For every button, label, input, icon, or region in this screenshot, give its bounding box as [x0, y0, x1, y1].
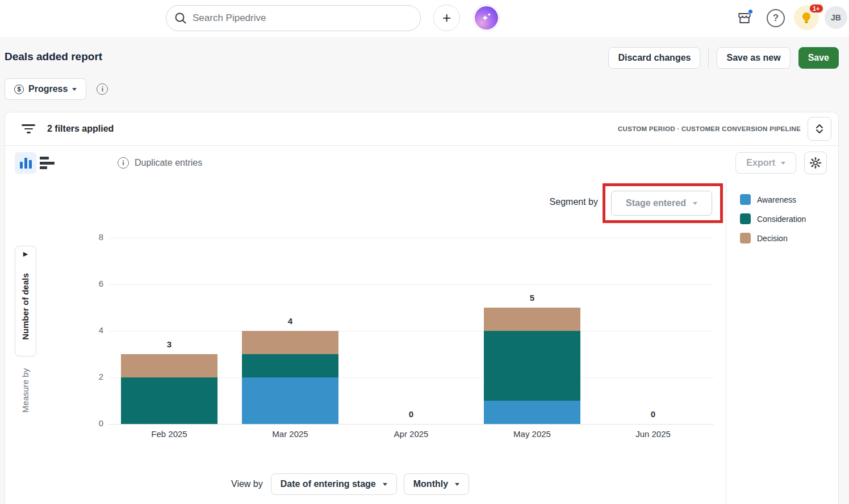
bar-segment-feb-2025-consideration[interactable] [121, 377, 218, 424]
interval-value: Monthly [413, 479, 448, 489]
gridline-y-4 [108, 331, 714, 331]
gear-icon [809, 157, 822, 169]
expand-filters-button[interactable] [808, 117, 831, 141]
legend-item-decision[interactable]: Decision [740, 233, 806, 243]
view-by-controls: View by Date of entering stage Monthly [231, 473, 469, 495]
bar-total-label: 0 [387, 409, 435, 419]
x-axis-label: Mar 2025 [250, 429, 330, 439]
segment-by-value: Stage entered [626, 198, 686, 208]
y-axis-tick: 6 [73, 279, 103, 288]
legend-label: Awareness [757, 195, 796, 204]
chevron-down-icon [693, 202, 697, 205]
button-divider [708, 48, 709, 68]
view-by-label: View by [231, 479, 263, 489]
search-icon [174, 12, 187, 24]
quick-add-button[interactable]: + [433, 5, 460, 31]
bar-segment-feb-2025-decision[interactable] [121, 354, 218, 377]
filter-summary: CUSTOM PERIOD · CUSTOMER CONVERSION PIPE… [618, 125, 801, 132]
column-chart-icon [20, 158, 32, 169]
report-card: 2 filters applied CUSTOM PERIOD · CUSTOM… [5, 112, 839, 504]
settings-button[interactable] [804, 152, 827, 174]
y-axis-tick: 4 [73, 325, 103, 335]
deal-value-icon: $ [14, 85, 24, 94]
measure-by-label: Measure by [17, 362, 34, 419]
chart-legend: AwarenessConsiderationDecision [740, 194, 806, 243]
help-button[interactable]: ? [767, 9, 785, 27]
view-by-dropdown[interactable]: Date of entering stage [271, 473, 397, 495]
bar-total-label: 4 [266, 316, 314, 326]
chart-area: Segment by Stage entered AwarenessConsid… [5, 179, 838, 504]
header-actions: Discard changes Save as new Save [608, 47, 839, 69]
chevron-down-icon [455, 483, 459, 486]
sparkles-icon: ✦✦ [475, 6, 498, 30]
bar-chart-icon [40, 157, 55, 169]
top-navigation-bar: Search Pipedrive + ✦✦ ? 1+ JB [0, 0, 849, 37]
info-icon: i [118, 157, 129, 169]
progress-dropdown-label: Progress [28, 84, 68, 94]
legend-item-awareness[interactable]: Awareness [740, 194, 806, 205]
chart-toolbar: i Duplicate entries Export [5, 146, 838, 179]
gridline-y-8 [108, 238, 714, 238]
export-dropdown[interactable]: Export [735, 152, 796, 174]
legend-swatch [740, 194, 751, 205]
export-label: Export [746, 158, 775, 168]
view-by-value: Date of entering stage [281, 479, 376, 489]
x-axis-label: May 2025 [492, 429, 572, 439]
bar-total-label: 0 [629, 409, 677, 419]
bar-total-label: 3 [145, 339, 193, 349]
question-mark-icon: ? [773, 12, 779, 24]
legend-item-consideration[interactable]: Consideration [740, 213, 806, 224]
ai-assistant-button[interactable]: ✦✦ [473, 5, 500, 31]
legend-label: Decision [757, 234, 788, 243]
legend-swatch [740, 233, 751, 243]
chart-legend-divider [726, 179, 726, 504]
x-axis-label: Feb 2025 [129, 429, 209, 439]
duplicate-entries-label: Duplicate entries [135, 158, 202, 168]
notification-dot [748, 9, 753, 14]
save-as-new-button[interactable]: Save as new [717, 47, 790, 69]
bar-segment-mar-2025-awareness[interactable] [242, 377, 338, 424]
segment-by-dropdown[interactable]: Stage entered [611, 191, 712, 216]
interval-dropdown[interactable]: Monthly [404, 473, 469, 495]
bar-chart-view-button[interactable] [36, 152, 58, 174]
bar-total-label: 5 [508, 293, 556, 303]
page-title: Deals added report [5, 51, 102, 63]
bar-segment-mar-2025-decision[interactable] [242, 331, 338, 354]
expand-collapse-icon [813, 122, 826, 136]
y-axis-tick: 0 [73, 418, 103, 428]
progress-row: $ Progress i [5, 78, 108, 100]
bar-segment-may-2025-awareness[interactable] [484, 401, 580, 424]
save-button[interactable]: Save [798, 47, 839, 69]
chevron-down-icon [781, 162, 785, 165]
gridline-y-6 [108, 284, 714, 285]
legend-swatch [740, 213, 751, 224]
bar-segment-may-2025-consideration[interactable] [484, 331, 580, 401]
filter-icon[interactable] [21, 124, 36, 133]
bar-segment-mar-2025-consideration[interactable] [242, 354, 338, 377]
progress-dropdown[interactable]: $ Progress [5, 78, 86, 100]
legend-label: Consideration [757, 215, 806, 224]
x-axis-label: Jun 2025 [613, 429, 693, 439]
chevron-down-icon [72, 88, 77, 91]
y-axis-tick: 2 [73, 372, 103, 381]
measure-by-label-wrap: Measure by [15, 362, 36, 419]
info-icon[interactable]: i [97, 83, 108, 95]
chevron-down-icon [383, 483, 387, 486]
bar-segment-may-2025-decision[interactable] [484, 308, 580, 331]
marketplace-button[interactable] [735, 9, 754, 28]
discard-changes-button[interactable]: Discard changes [608, 47, 700, 69]
notification-badge: 1+ [809, 3, 824, 14]
y-axis-tick: 8 [73, 232, 103, 242]
measure-value: Number of deals [17, 258, 34, 355]
segment-by-label: Segment by [473, 197, 598, 207]
gridline-y-0 [108, 424, 714, 425]
search-input[interactable]: Search Pipedrive [166, 5, 421, 31]
column-chart-view-button[interactable] [15, 152, 36, 174]
avatar[interactable]: JB [825, 6, 847, 29]
duplicate-entries-note: i Duplicate entries [118, 157, 202, 169]
filter-bar: 2 filters applied CUSTOM PERIOD · CUSTOM… [5, 112, 838, 146]
x-axis-label: Apr 2025 [371, 429, 451, 439]
measure-selector-button[interactable]: ▶ Number of deals [15, 246, 36, 356]
chevron-right-icon: ▶ [23, 250, 28, 258]
filters-applied-label[interactable]: 2 filters applied [47, 124, 114, 134]
